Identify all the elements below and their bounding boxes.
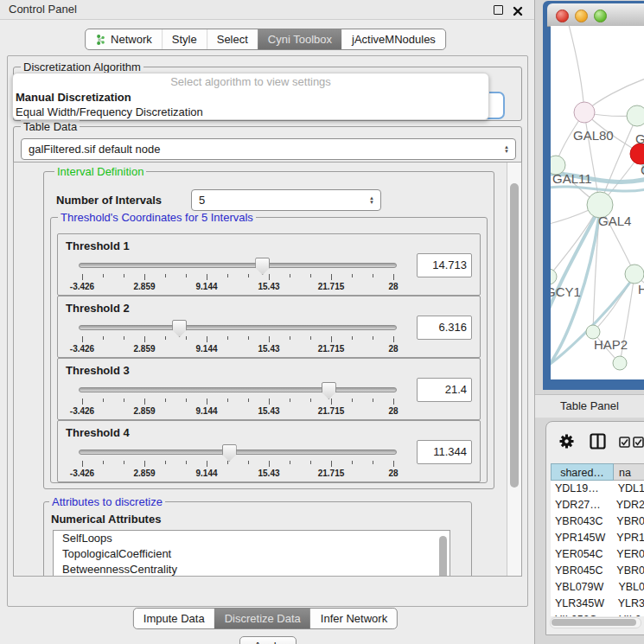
- slider-tick: [103, 461, 104, 464]
- combo-stepper-icon[interactable]: ▲▼: [504, 145, 509, 154]
- network-node-green[interactable]: [625, 265, 644, 284]
- slider-tick: [310, 399, 311, 402]
- apply-button[interactable]: Apply: [239, 636, 296, 644]
- slider-tick: [207, 274, 207, 280]
- spinner-stepper-icon[interactable]: ▲▼: [369, 196, 374, 205]
- slider-thumb[interactable]: [222, 444, 237, 462]
- slider-tick: [124, 336, 124, 340]
- attribute-item-selfloops[interactable]: SelfLoops: [54, 531, 450, 546]
- slider-track[interactable]: [79, 263, 397, 268]
- tab-impute-data[interactable]: Impute Data: [134, 609, 214, 628]
- network-edge[interactable]: [584, 112, 600, 205]
- gear-icon[interactable]: [558, 433, 575, 450]
- cell-name[interactable]: YDR2: [611, 497, 644, 513]
- cell-name[interactable]: YER0: [611, 546, 644, 563]
- network-node-label: GA: [635, 131, 644, 146]
- mac-close-icon[interactable]: [556, 10, 569, 22]
- threshold-value-field[interactable]: 21.4: [417, 378, 472, 402]
- slider-track[interactable]: [79, 325, 397, 330]
- cell-name[interactable]: YPR1: [611, 530, 644, 546]
- tab-select[interactable]: Select: [207, 29, 258, 49]
- cell-shared-name[interactable]: YBR045C: [551, 563, 611, 579]
- slider-thumb[interactable]: [322, 382, 336, 399]
- cell-name[interactable]: YDL1: [613, 481, 644, 497]
- cell-shared-name[interactable]: YER054C: [551, 546, 611, 563]
- table-row[interactable]: YBR043CYBR0: [551, 513, 644, 530]
- cell-shared-name[interactable]: YBL079W: [551, 579, 613, 596]
- column-header-shared-name[interactable]: shared…: [551, 463, 614, 481]
- tab-cyni-toolbox[interactable]: Cyni Toolbox: [258, 29, 341, 49]
- dropdown-option-equal-width-frequency-discretization[interactable]: Equal Width/Frequency Discretization: [13, 105, 488, 119]
- threshold-slider[interactable]: -3.4262.8599.14415.4321.71528: [79, 442, 397, 480]
- slider-track[interactable]: [79, 450, 397, 455]
- slider-tick: [290, 399, 290, 402]
- table-row[interactable]: YER054CYER0: [551, 546, 644, 563]
- close-icon[interactable]: [513, 4, 523, 15]
- settings-scrollbar-thumb[interactable]: [510, 183, 519, 488]
- settings-container: Discretization Algorithm Table Data galF…: [7, 55, 528, 607]
- slider-tick-label: 21.715: [318, 406, 345, 416]
- tab-discretize-data[interactable]: Discretize Data: [214, 609, 310, 628]
- slider-track[interactable]: [79, 387, 397, 392]
- table-data-combobox[interactable]: galFiltered.sif default node ▲▼: [21, 138, 516, 160]
- numerical-attributes-list[interactable]: SelfLoopsTopologicalCoefficientBetweenne…: [53, 530, 450, 577]
- cell-name[interactable]: YBR0: [611, 563, 644, 579]
- threshold-label: Threshold 3: [66, 364, 130, 377]
- cell-name[interactable]: YBR0: [611, 513, 644, 530]
- slider-thumb[interactable]: [255, 258, 270, 275]
- attributes-label: Attributes to discretize: [49, 495, 165, 508]
- threshold-value-field[interactable]: 11.344: [417, 440, 472, 464]
- cell-shared-name[interactable]: YPR145W: [551, 530, 611, 546]
- attribute-item-betweennesscentrality[interactable]: BetweennessCentrality: [54, 562, 450, 577]
- threshold-value-field[interactable]: 6.316: [417, 316, 472, 340]
- table-row[interactable]: YBL079WYBL0: [551, 579, 644, 596]
- cell-shared-name[interactable]: YBR043C: [551, 513, 611, 530]
- network-node-green[interactable]: [551, 269, 557, 284]
- table-row[interactable]: YLR345WYLR3: [551, 596, 644, 612]
- mac-minimize-icon[interactable]: [575, 10, 588, 22]
- network-node-pink[interactable]: [574, 102, 595, 123]
- slider-tick: [144, 274, 145, 280]
- attribute-item-topologicalcoefficient[interactable]: TopologicalCoefficient: [54, 546, 450, 562]
- table-row[interactable]: YDL19…YDL1: [551, 481, 644, 497]
- cell-name[interactable]: YLR3: [613, 596, 644, 612]
- table-row[interactable]: YBR045CYBR0: [551, 563, 644, 579]
- settings-scrollbar[interactable]: [507, 163, 521, 576]
- threshold-slider[interactable]: -3.4262.8599.14415.4321.71528: [79, 317, 397, 355]
- cell-shared-name[interactable]: YIL052C: [551, 612, 614, 616]
- tab-network[interactable]: Network: [86, 29, 162, 49]
- list-scrollbar-thumb[interactable]: [439, 536, 447, 577]
- float-window-icon[interactable]: [494, 5, 503, 15]
- threshold-slider[interactable]: -3.4262.8599.14415.4321.71528: [79, 379, 397, 418]
- threshold-slider[interactable]: -3.4262.8599.14415.4321.71528: [79, 255, 397, 293]
- network-node-green[interactable]: [627, 105, 644, 126]
- cell-shared-name[interactable]: YDL19…: [551, 481, 613, 497]
- threshold-value-field[interactable]: 14.713: [417, 253, 472, 277]
- column-header-name[interactable]: na: [614, 463, 644, 481]
- cell-name[interactable]: YBL0: [613, 579, 644, 596]
- tab-infer-network[interactable]: Infer Network: [310, 609, 397, 628]
- table-row[interactable]: YIL052CYIL0: [551, 612, 644, 616]
- mac-zoom-icon[interactable]: [594, 10, 607, 22]
- network-node-red[interactable]: [630, 143, 644, 164]
- tab-style[interactable]: Style: [162, 29, 207, 49]
- tab-jactivemnodules[interactable]: jActiveMNodules: [341, 29, 445, 49]
- number-of-intervals-spinner[interactable]: 5 ▲▼: [191, 189, 381, 211]
- network-edge-highlighted[interactable]: [551, 187, 644, 191]
- slider-tick: [82, 461, 83, 467]
- table-row[interactable]: YDR27…YDR2: [551, 497, 644, 513]
- dropdown-option-manual-discretization[interactable]: Manual Discretization: [13, 90, 488, 105]
- slider-tick: [269, 399, 270, 405]
- table-hscrollbar[interactable]: [550, 617, 641, 628]
- network-node-green[interactable]: [613, 356, 627, 370]
- table-hscrollbar-thumb[interactable]: [552, 619, 636, 626]
- network-edge[interactable]: [568, 26, 584, 112]
- split-panel-icon[interactable]: [590, 433, 606, 450]
- cell-name[interactable]: YIL0: [614, 612, 644, 616]
- table-row[interactable]: YPR145WYPR1: [551, 530, 644, 546]
- slider-thumb[interactable]: [172, 320, 187, 337]
- checkbox-icons[interactable]: [619, 437, 644, 448]
- network-canvas[interactable]: GAL80GACGAL11GAL4GCY1HHAP2: [551, 26, 644, 379]
- cell-shared-name[interactable]: YLR345W: [551, 596, 613, 612]
- cell-shared-name[interactable]: YDR27…: [551, 497, 611, 513]
